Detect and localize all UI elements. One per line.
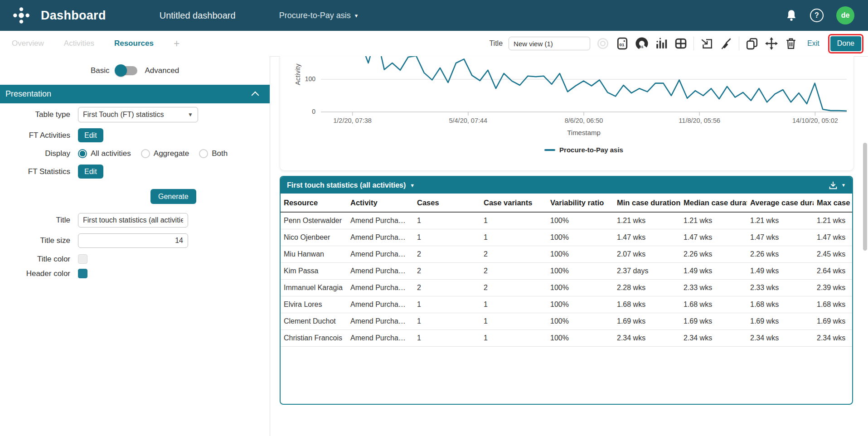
column-header[interactable]: Activity [347,199,414,207]
first-touch-statistics-card: First touch statistics (all activities) … [280,176,853,405]
table-row[interactable]: Immanuel KaragiaAmend Purcha…22100%2.28 … [281,280,852,296]
table-cell: 2.39 wks [814,284,853,292]
ft-statistics-label: FT Statistics [0,167,70,176]
table-cell: 100% [547,250,614,258]
column-header[interactable]: Variability ratio [547,199,614,207]
chevron-down-icon[interactable]: ▼ [410,183,415,188]
view-title-input[interactable] [509,37,590,50]
ft-activities-edit-button[interactable]: Edit [78,128,103,142]
x-tick-label: 8/6/20, 06:50 [565,117,603,124]
column-header[interactable]: Min case duration [614,199,680,207]
svg-text:01: 01 [620,42,625,47]
title-field-input[interactable] [78,213,188,228]
table-cell: 1.69 wks [814,317,853,325]
table-cell: Amend Purcha… [347,217,414,225]
numeric-widget-icon[interactable]: 01 [616,37,629,50]
table-row[interactable]: Penn OsterwalderAmend Purcha…11100%1.21 … [281,213,852,229]
table-type-select[interactable]: First Touch (FT) statistics ▼ [78,107,198,122]
column-header[interactable]: Average case duration [747,199,814,207]
table-row[interactable]: Miu HanwanAmend Purcha…22100%2.07 wks2.2… [281,246,852,263]
avatar[interactable]: de [836,6,854,24]
table-cell: 1.21 wks [614,217,680,225]
clear-icon[interactable] [719,37,733,50]
radio-icon[interactable] [141,149,150,158]
table-cell: Miu Hanwan [281,250,347,258]
table-cell: 1 [480,334,547,342]
annotation-highlight-done: Done [828,34,863,53]
dashboard-name[interactable]: Untitled dashboard [160,10,236,21]
copy-icon[interactable] [745,37,759,50]
table-row[interactable]: Kim PassaAmend Purcha…22100%2.37 days1.4… [281,263,852,280]
column-header[interactable]: Cases [414,199,480,207]
radio-option-both[interactable]: Both [199,149,228,158]
view-toolbar: Overview Activities Resources + Title 01 [0,31,868,57]
chart-legend[interactable]: Procure-to-Pay asis [321,146,847,154]
chevron-down-icon: ▼ [188,111,193,118]
ft-activities-label: FT Activities [0,131,70,140]
table-cell: 1.68 wks [680,300,747,309]
add-tab-button[interactable]: + [174,38,179,50]
mode-toggle-row: Basic Advanced [0,66,270,75]
line-chart[interactable] [321,56,847,120]
done-button[interactable]: Done [830,36,861,51]
download-button[interactable]: ▼ [828,180,846,190]
tab-resources[interactable]: Resources [114,39,154,48]
radio-selected-icon[interactable] [78,149,87,158]
table-cell: Elvira Lores [281,300,347,309]
table-cell: 2 [480,250,547,258]
table-row[interactable]: Christian FrancoisAmend Purcha…11100%2.3… [281,330,852,347]
table-cell: 1.49 wks [680,267,747,275]
table-icon[interactable] [674,37,688,50]
tab-activities[interactable]: Activities [64,39,94,48]
ft-statistics-edit-button[interactable]: Edit [78,165,103,179]
move-icon[interactable] [765,37,778,50]
table-cell: 1.21 wks [680,217,747,225]
bell-icon[interactable] [786,9,797,22]
radio-option-all-activities[interactable]: All activities [78,149,131,158]
chevron-down-icon: ▾ [355,12,358,19]
vertical-scrollbar-thumb[interactable] [863,143,867,251]
bar-chart-icon[interactable] [655,37,668,50]
ft-statistics-row: FT Statistics Edit [0,165,270,179]
column-header[interactable]: Case variants [480,199,547,207]
table-header-row: ResourceActivityCasesCase variantsVariab… [281,194,852,213]
table-cell: 100% [547,300,614,309]
title-color-label: Title color [0,255,70,264]
log-selector-dropdown[interactable]: Procure-to-Pay asis ▾ [279,11,358,20]
x-tick-label: 14/10/20, 05:02 [792,117,838,124]
table-title[interactable]: First touch statistics (all activities) [287,181,406,189]
table-title-bar: First touch statistics (all activities) … [281,177,852,194]
basic-advanced-toggle[interactable] [116,66,137,75]
table-cell: 1.47 wks [747,233,814,242]
title-color-swatch[interactable] [78,254,87,264]
presentation-section-header[interactable]: Presentation [0,85,270,103]
table-cell: Amend Purcha… [347,284,414,292]
gauge-icon[interactable]: 01 [635,37,649,50]
x-tick-label: 11/8/20, 05:56 [679,117,720,124]
column-header[interactable]: Max case duration [814,199,853,207]
header-color-swatch[interactable] [78,269,87,278]
table-cell: 2.33 wks [680,284,747,292]
column-header[interactable]: Resource [281,199,347,207]
view-title-label: Title [489,39,503,48]
radio-option-aggregate[interactable]: Aggregate [141,149,189,158]
export-view-icon[interactable] [700,37,713,50]
column-header[interactable]: Median case duration [680,199,747,207]
delete-icon[interactable] [784,37,798,50]
table-row[interactable]: Nico OjenbeerAmend Purcha…11100%1.47 wks… [281,229,852,246]
generate-button[interactable]: Generate [150,189,196,204]
title-field-row: Title [0,213,270,228]
spiral-icon[interactable] [596,37,610,50]
table-cell: 1.68 wks [747,300,814,309]
radio-icon[interactable] [199,149,208,158]
table-cell: 1 [414,217,480,225]
table-row[interactable]: Elvira LoresAmend Purcha…11100%1.68 wks1… [281,296,852,313]
help-icon[interactable]: ? [810,9,824,22]
exit-link[interactable]: Exit [807,39,820,48]
tab-overview[interactable]: Overview [12,39,44,48]
title-field-label: Title [0,216,70,225]
table-cell: 100% [547,217,614,225]
table-row[interactable]: Clement DuchotAmend Purcha…11100%1.69 wk… [281,313,852,330]
table-cell: 1.21 wks [747,217,814,225]
title-size-input[interactable] [78,233,188,248]
